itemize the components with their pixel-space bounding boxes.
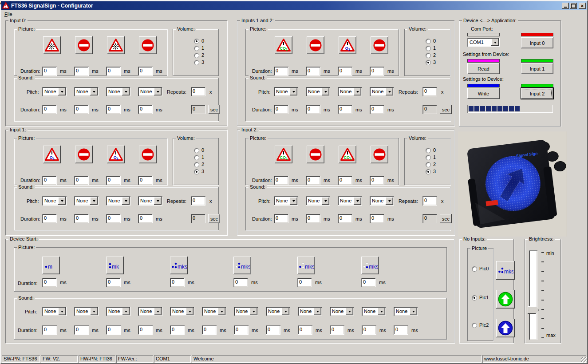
write-button[interactable]: Write xyxy=(467,88,500,99)
picture-button-noentry[interactable] xyxy=(139,146,157,163)
sec-button[interactable]: sec xyxy=(208,214,220,223)
volume-radio-1[interactable] xyxy=(426,155,431,160)
dropdown-button[interactable] xyxy=(154,308,162,315)
sound-duration-field[interactable]: 0 xyxy=(42,105,57,114)
picture-button-o3[interactable]: O3 xyxy=(339,36,356,54)
dropdown-button[interactable] xyxy=(322,88,329,95)
start-picture-button-mk-1[interactable]: mk xyxy=(106,257,124,274)
picture-button-o3[interactable]: O3 xyxy=(107,146,125,163)
input1-button[interactable]: Input 1 xyxy=(521,63,553,74)
pitch-select[interactable]: None xyxy=(42,307,67,316)
picture-duration-field[interactable]: 0 xyxy=(297,278,312,287)
sound-duration-field[interactable]: 0 xyxy=(298,325,312,335)
pitch-select[interactable]: None xyxy=(370,196,394,206)
volume-radio-1[interactable] xyxy=(194,46,199,51)
menu-file[interactable]: File xyxy=(1,11,16,18)
dropdown-button[interactable] xyxy=(282,308,289,315)
sound-duration-field[interactable]: 0 xyxy=(370,214,384,223)
pitch-select[interactable]: None xyxy=(74,87,99,96)
sound-duration-field[interactable]: 0 xyxy=(274,214,288,223)
pitch-select[interactable]: None xyxy=(338,196,362,206)
volume-radio-2[interactable] xyxy=(194,162,199,167)
picture-duration-field[interactable]: 0 xyxy=(42,278,57,287)
pitch-select[interactable]: None xyxy=(362,307,386,316)
minimize-button[interactable] xyxy=(562,3,569,9)
volume-radio-1[interactable] xyxy=(426,46,431,51)
picture-duration-field[interactable]: 0 xyxy=(274,67,288,76)
picture-button-noentry[interactable] xyxy=(307,146,324,163)
dropdown-button[interactable] xyxy=(378,308,385,315)
resize-grip-icon[interactable] xyxy=(581,357,587,363)
repeats-field[interactable]: 0 xyxy=(422,196,437,206)
close-button[interactable]: × xyxy=(579,3,586,9)
volume-radio-0[interactable] xyxy=(426,39,431,44)
picture-button-co2[interactable]: CO2 xyxy=(275,36,292,54)
picture-duration-field[interactable]: 0 xyxy=(74,176,89,185)
pitch-select[interactable]: None xyxy=(170,307,194,316)
pitch-select[interactable]: None xyxy=(138,307,162,316)
volume-radio-1[interactable] xyxy=(194,155,199,160)
pitch-select[interactable]: None xyxy=(138,196,162,206)
picture-button-noentry[interactable] xyxy=(75,146,93,163)
no-input-picture-button-arrow-green[interactable] xyxy=(496,290,515,309)
start-picture-button-mks-2[interactable]: mks xyxy=(170,257,188,274)
dropdown-button[interactable] xyxy=(322,197,329,205)
sound-duration-field[interactable]: 0 xyxy=(394,325,408,335)
picture-duration-field[interactable]: 0 xyxy=(106,67,121,76)
sound-duration-field[interactable]: 0 xyxy=(370,105,384,114)
pitch-select[interactable]: None xyxy=(106,307,130,316)
dropdown-button[interactable] xyxy=(186,308,193,315)
picture-duration-field[interactable]: 0 xyxy=(370,67,384,76)
no-input-picture-button-arrow-blue[interactable] xyxy=(496,319,515,337)
sound-duration-field[interactable]: 0 xyxy=(42,325,57,335)
picture-button-noentry[interactable] xyxy=(371,146,388,163)
sound-duration-field[interactable]: 0 xyxy=(106,105,121,114)
picture-duration-field[interactable]: 0 xyxy=(42,176,57,185)
dropdown-button[interactable] xyxy=(58,308,66,315)
picture-button-o3[interactable]: O3 xyxy=(43,146,61,163)
picture-duration-field[interactable]: 0 xyxy=(74,67,89,76)
picture-duration-field[interactable]: 0 xyxy=(233,278,248,287)
sound-duration-field[interactable]: 0 xyxy=(306,105,320,114)
input2-button[interactable]: Input 2 xyxy=(521,88,553,99)
dropdown-button[interactable] xyxy=(122,197,130,205)
picture-duration-field[interactable]: 0 xyxy=(106,278,121,287)
dropdown-button[interactable] xyxy=(154,197,162,205)
pitch-select[interactable]: None xyxy=(338,87,362,96)
picture-duration-field[interactable]: 0 xyxy=(170,278,185,287)
dropdown-button[interactable] xyxy=(58,88,66,95)
picture-duration-field[interactable]: 0 xyxy=(370,176,384,185)
picture-button-co2[interactable]: CO2 xyxy=(275,146,292,163)
sound-duration-field[interactable]: 0 xyxy=(138,325,153,335)
volume-radio-2[interactable] xyxy=(426,162,431,167)
volume-radio-2[interactable] xyxy=(194,53,199,58)
pitch-select[interactable]: None xyxy=(298,307,322,316)
pitch-select[interactable]: None xyxy=(234,307,258,316)
com-port-select[interactable]: COM1 xyxy=(467,38,500,47)
dropdown-button[interactable] xyxy=(290,197,297,205)
volume-radio-3[interactable] xyxy=(426,60,431,65)
dropdown-button[interactable] xyxy=(386,197,393,205)
pitch-select[interactable]: None xyxy=(306,196,330,206)
start-picture-button-m-0[interactable]: m xyxy=(42,257,60,274)
dropdown-button[interactable] xyxy=(58,197,66,205)
pitch-select[interactable]: None xyxy=(266,307,290,316)
sound-duration-field[interactable]: 0 xyxy=(170,325,185,335)
pitch-select[interactable]: None xyxy=(202,307,226,316)
dropdown-button[interactable] xyxy=(410,308,417,315)
input0-button[interactable]: Input 0 xyxy=(521,37,553,48)
pitch-select[interactable]: None xyxy=(74,196,99,206)
sound-duration-field[interactable]: 0 xyxy=(138,105,153,114)
picture-duration-field[interactable]: 0 xyxy=(338,176,352,185)
maximize-button[interactable] xyxy=(570,3,577,9)
sound-duration-field[interactable]: 0 xyxy=(202,325,217,335)
start-picture-button-mks-4[interactable]: mks xyxy=(297,257,315,274)
pitch-select[interactable]: None xyxy=(274,87,298,96)
volume-radio-3[interactable] xyxy=(194,60,199,65)
no-input-picture-button-mks[interactable]: mks xyxy=(496,261,515,280)
radio-pic2[interactable] xyxy=(472,323,477,328)
pitch-select[interactable]: None xyxy=(106,87,130,96)
sound-duration-field[interactable]: 0 xyxy=(42,214,57,223)
sec-button[interactable]: sec xyxy=(208,105,220,114)
dropdown-button[interactable] xyxy=(122,308,130,315)
